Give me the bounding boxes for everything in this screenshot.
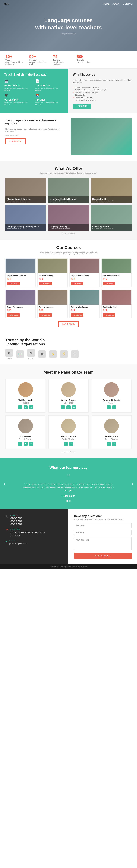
offer-grid-bottom: Language training for companies A short … xyxy=(5,205,132,231)
jennie-facebook-icon[interactable]: f xyxy=(107,405,111,409)
contact-email: ✉ EMAIL youremail@mail.com xyxy=(5,540,63,545)
contact-section: 📞 CALL US (12) 345 7890 (12) 345 7890 (1… xyxy=(0,509,137,564)
walter-avatar-image xyxy=(104,418,119,433)
nat-twitter-icon[interactable]: t xyxy=(24,405,28,409)
training-learn-more-button[interactable]: LEARN MORE xyxy=(5,138,26,144)
course-5-button[interactable]: READ MORE xyxy=(7,313,19,317)
nav-links: HOME ABOUT CONTACT xyxy=(103,3,133,5)
course-card-4: Self-study Courses $17 READ MORE xyxy=(101,258,132,287)
walter-twitter-icon[interactable]: t xyxy=(112,442,116,446)
offer-card-6-overlay: Exam Preparation A short element servant… xyxy=(91,224,132,231)
contact-call-details: CALL US (12) 345 7890 (12) 345 7890 (12)… xyxy=(10,515,22,526)
course-4-image xyxy=(101,259,131,273)
monica-twitter-icon[interactable]: t xyxy=(69,442,73,446)
why-learn-more-button[interactable]: LEARN MORE xyxy=(73,104,91,108)
sasha-name: Sasha Payne xyxy=(51,399,85,402)
courses-learn-more-button[interactable]: LEARN MORE xyxy=(58,321,79,327)
teach-item-online: 💻 ONLINE CLASSES Sample text. Click to s… xyxy=(4,79,33,91)
mia-facebook-icon[interactable]: f xyxy=(18,442,22,446)
team-member-nat: Nat Reynolds Founder f t in xyxy=(5,379,45,412)
sasha-linkedin-icon[interactable]: in xyxy=(72,405,76,409)
monica-avatar-image xyxy=(61,418,76,433)
monica-socials: f t xyxy=(51,442,85,446)
trainings-icon: 📚 xyxy=(36,93,64,97)
course-1-image xyxy=(6,259,36,273)
why-bullet-5: Prepare Other Lessons xyxy=(73,96,133,99)
nav-home[interactable]: HOME xyxy=(103,3,109,5)
quote-icon: " xyxy=(11,473,126,481)
offer-card-3-overlay: Classes For 30+ A short element servant … xyxy=(91,196,132,203)
course-card-3: English for Business $16 READ MORE xyxy=(70,258,99,287)
course-6-button[interactable]: READ MORE xyxy=(39,313,51,317)
teach-section: Teach English in the Best Way 💻 ONLINE C… xyxy=(0,69,137,113)
offer-card-1-overlay: Flexible English Courses A short element… xyxy=(5,196,46,203)
team-grid: Nat Reynolds Founder f t in Sasha Payne … xyxy=(5,379,132,449)
offer-card-4: Language training for companies A short … xyxy=(5,205,46,231)
why-bullet-6: See the World in New Ways xyxy=(73,99,133,101)
training-desc: Nam venenatis quis nibh eget mollis male… xyxy=(5,128,66,133)
translations-icon: 📄 xyxy=(36,79,64,83)
training-section: Language courses and business training N… xyxy=(0,113,137,161)
courses-section: Our Courses Lorem ipsum dolor sit amet, … xyxy=(0,240,137,332)
course-2-info: Online Learning $14 READ MORE xyxy=(38,273,67,287)
jennie-avatar xyxy=(104,382,119,397)
stat-teachers: 74 TeachersExperienced & passionate xyxy=(53,54,71,65)
course-3-image xyxy=(70,259,99,273)
nav-about[interactable]: ABOUT xyxy=(112,3,120,5)
sasha-avatar-image xyxy=(61,382,76,397)
course-8-button[interactable]: READ MORE xyxy=(103,313,116,317)
course-7-button[interactable]: READ MORE xyxy=(71,313,84,317)
contact-call: 📞 CALL US (12) 345 7890 (12) 345 7890 (1… xyxy=(5,515,63,526)
offer-card-3: Classes For 30+ A short element servant … xyxy=(91,178,132,203)
course-5-info: Exam Preparation $20 READ MORE xyxy=(6,305,36,318)
contact-email-details: EMAIL youremail@mail.com xyxy=(9,540,27,545)
jennie-twitter-icon[interactable]: t xyxy=(112,405,116,409)
call-label: CALL US xyxy=(10,515,22,517)
name-input[interactable] xyxy=(74,523,132,528)
walter-facebook-icon[interactable]: f xyxy=(107,442,111,446)
testimonial-dot-2[interactable] xyxy=(69,500,71,502)
course-2-button[interactable]: READ MORE xyxy=(39,282,51,285)
testimonial-dot-1[interactable] xyxy=(66,500,68,502)
email-input[interactable] xyxy=(74,530,132,535)
logo-4-icon: ◈ xyxy=(38,350,46,358)
course-8-price: $11 xyxy=(103,309,130,312)
course-4-button[interactable]: READ MORE xyxy=(103,282,116,285)
testimonial-prev-button[interactable]: ‹ xyxy=(4,482,5,486)
message-input[interactable] xyxy=(74,537,132,550)
teach-item-trainings: 📚 TRAININGS Sample text. Click to select… xyxy=(36,93,64,106)
jennie-role: Manager xyxy=(95,402,128,404)
contact-location: 📍 LOCATION 123 Black Street, 2/ Avenue, … xyxy=(5,529,63,537)
oxfam-icon: ⊗ xyxy=(5,349,13,356)
logo-carrot: ❖ CARROT xyxy=(28,349,35,359)
submit-button[interactable]: SEND MESSAGE xyxy=(74,553,132,559)
translations-title: TRANSLATIONS xyxy=(36,84,64,86)
mia-twitter-icon[interactable]: t xyxy=(24,442,28,446)
name-field-container xyxy=(74,523,132,528)
form-subtitle: Your email address will not be published… xyxy=(74,519,132,520)
sasha-twitter-icon[interactable]: t xyxy=(66,405,71,409)
testimonial-next-button[interactable]: › xyxy=(132,482,133,486)
course-1-button[interactable]: READ MORE xyxy=(7,282,19,285)
teach-title: Teach English in the Best Way xyxy=(4,73,64,76)
why-title: Why Choose Us xyxy=(73,73,133,76)
offer-card-1: Flexible English Courses A short element… xyxy=(5,178,46,203)
sasha-avatar xyxy=(61,382,76,397)
nat-facebook-icon[interactable]: f xyxy=(18,405,22,409)
nat-linkedin-icon[interactable]: in xyxy=(29,405,33,409)
mia-linkedin-icon[interactable]: in xyxy=(29,442,33,446)
course-3-button[interactable]: READ MORE xyxy=(71,282,84,285)
mia-role: Spanish Teacher xyxy=(9,438,42,440)
training-title: Language courses and business training xyxy=(5,119,66,126)
phone-1: (12) 345 7890 xyxy=(10,517,22,520)
sasha-facebook-icon[interactable]: f xyxy=(61,405,65,409)
monica-facebook-icon[interactable]: f xyxy=(64,442,68,446)
walter-avatar xyxy=(104,418,119,433)
course-8-info: English for Kids $11 READ MORE xyxy=(101,305,131,318)
trainings-desc: Sample text. Click to select the Text El… xyxy=(36,102,64,106)
course-7-info: Private Mini-Groups $19 READ MORE xyxy=(70,305,99,318)
nav-contact[interactable]: CONTACT xyxy=(123,3,133,5)
trainings-title: TRAININGS xyxy=(36,99,64,101)
mia-name: Mia Parker xyxy=(9,435,42,438)
why-bullet-4: Start Your Own xyxy=(73,94,133,96)
